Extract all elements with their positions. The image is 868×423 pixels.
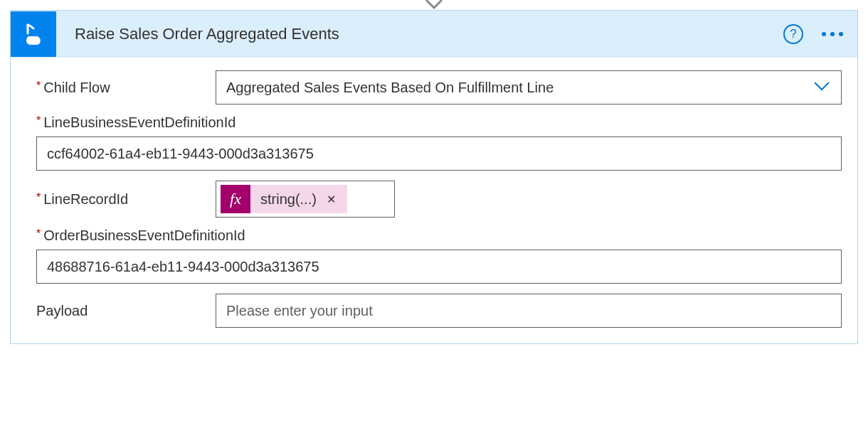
fx-icon: fx — [221, 185, 250, 213]
payload-label: Payload — [36, 303, 216, 319]
help-icon[interactable]: ? — [783, 24, 803, 44]
child-flow-label: *Child Flow — [36, 80, 216, 96]
more-menu-button[interactable] — [820, 29, 845, 39]
line-record-id-label: *LineRecordId — [36, 191, 216, 208]
required-indicator: * — [36, 80, 41, 92]
action-title: Raise Sales Order Aggregated Events — [56, 25, 783, 43]
expression-chip[interactable]: string(...) ✕ — [250, 185, 347, 213]
line-record-id-input[interactable]: fx string(...) ✕ — [216, 181, 395, 218]
more-dot-icon — [839, 32, 843, 36]
payload-input[interactable]: Please enter your input — [216, 294, 842, 328]
flow-connector-arrow — [425, 0, 443, 14]
more-dot-icon — [822, 32, 826, 36]
field-payload: Payload Please enter your input — [36, 294, 842, 328]
child-flow-value: Aggregated Sales Events Based On Fulfill… — [226, 80, 813, 96]
field-line-business-event-def-id: *LineBusinessEventDefinitionId ccf64002-… — [36, 114, 842, 171]
field-order-business-event-def-id: *OrderBusinessEventDefinitionId 48688716… — [36, 227, 842, 284]
action-connector-icon — [11, 11, 56, 57]
required-indicator: * — [36, 191, 41, 203]
expression-text: string(...) — [260, 191, 317, 208]
chevron-down-icon — [813, 80, 831, 95]
line-business-event-def-id-input[interactable]: ccf64002-61a4-eb11-9443-000d3a313675 — [36, 136, 842, 171]
action-card-body: *Child Flow Aggregated Sales Events Base… — [11, 58, 857, 343]
line-business-event-def-id-label: *LineBusinessEventDefinitionId — [36, 114, 842, 131]
action-card: Raise Sales Order Aggregated Events ? *C… — [10, 10, 858, 344]
close-icon[interactable]: ✕ — [324, 193, 339, 206]
action-card-header[interactable]: Raise Sales Order Aggregated Events ? — [11, 11, 857, 58]
more-dot-icon — [830, 32, 835, 36]
order-business-event-def-id-input[interactable]: 48688716-61a4-eb11-9443-000d3a313675 — [36, 250, 842, 284]
order-business-event-def-id-label: *OrderBusinessEventDefinitionId — [36, 227, 842, 244]
child-flow-dropdown[interactable]: Aggregated Sales Events Based On Fulfill… — [216, 70, 842, 105]
required-indicator: * — [36, 114, 41, 127]
field-line-record-id: *LineRecordId fx string(...) ✕ — [36, 181, 842, 218]
required-indicator: * — [36, 227, 41, 240]
field-child-flow: *Child Flow Aggregated Sales Events Base… — [36, 70, 842, 105]
